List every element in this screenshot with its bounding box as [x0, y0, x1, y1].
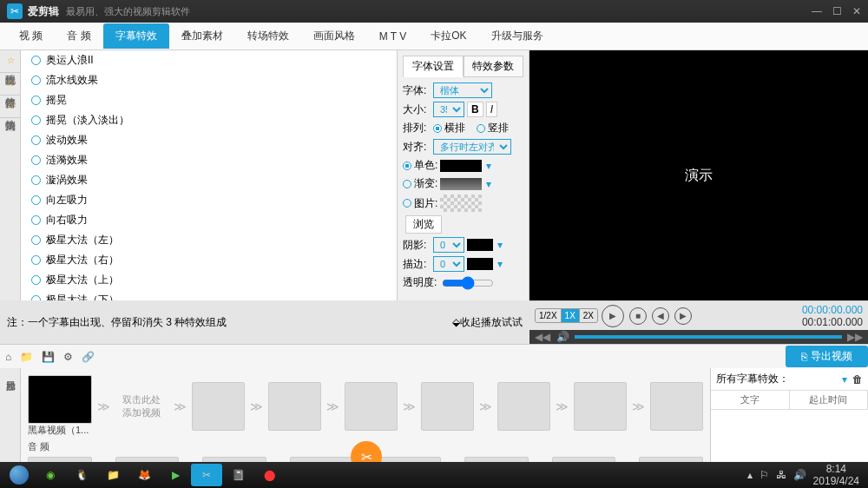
tab-fx-params[interactable]: 特效参数 — [464, 56, 524, 77]
timecode-current: 00:00:00.000 — [802, 304, 863, 316]
radio-gradient[interactable] — [403, 180, 411, 188]
prev-frame-button[interactable]: ◀ — [652, 307, 669, 325]
next-frame-button[interactable]: ▶ — [674, 307, 692, 325]
tab-karaoke[interactable]: 卡拉OK — [418, 23, 478, 49]
effect-list[interactable]: 奥运人浪II流水线效果摇晃摇晃（淡入淡出）波动效果涟漪效果漩涡效果向左吸力向右吸… — [21, 50, 398, 300]
tray-time: 8:14 — [813, 463, 859, 475]
effect-item[interactable]: 极星大法（左） — [21, 230, 397, 250]
save-icon[interactable]: 💾 — [42, 351, 55, 363]
radio-image[interactable] — [403, 199, 411, 208]
shadow-select[interactable]: 0 — [433, 237, 464, 253]
tab-transition[interactable]: 转场特效 — [235, 23, 301, 49]
bold-button[interactable]: B — [467, 102, 483, 117]
clip-slot[interactable] — [268, 382, 321, 431]
open-icon[interactable]: 📁 — [20, 351, 33, 363]
taskbar-app[interactable]: 🐧 — [66, 464, 97, 486]
clip-slot[interactable] — [497, 382, 550, 431]
effect-category-tabs: ☆出现特效 ☆停留特效 ☆消失特效 — [0, 50, 21, 300]
clip-thumbnail[interactable] — [28, 375, 92, 424]
taskbar-app[interactable]: 🦊 — [128, 464, 160, 486]
timecode-total: 00:01:00.000 — [802, 316, 863, 328]
size-select[interactable]: 35 — [433, 102, 464, 117]
clip-slot[interactable] — [574, 382, 627, 431]
taskbar-app[interactable]: ◉ — [35, 464, 66, 486]
speed-toggle[interactable]: 1/2X1X2X — [535, 308, 598, 323]
clip-slot[interactable] — [421, 382, 474, 431]
sidetab-appear[interactable]: ☆出现特效 — [0, 50, 20, 73]
tray-up-icon[interactable]: ▴ — [747, 469, 753, 481]
dropdown-icon[interactable]: ▾ — [842, 373, 847, 386]
color-swatch[interactable] — [440, 160, 482, 172]
tab-video[interactable]: 视 频 — [7, 23, 55, 49]
font-select[interactable]: 楷体 — [433, 82, 492, 98]
share-icon[interactable]: 🔗 — [82, 351, 95, 363]
seek-bar[interactable]: ◀◀ 🔊 ▶▶ — [529, 330, 868, 344]
taskbar-app[interactable]: ⬤ — [253, 464, 285, 486]
settings-icon[interactable]: ⚙ — [63, 351, 73, 363]
effect-item[interactable]: 波动效果 — [21, 130, 397, 150]
minimize-icon[interactable]: — — [812, 5, 822, 17]
effect-item[interactable]: 奥运人浪II — [21, 50, 397, 70]
image-preview — [440, 195, 482, 212]
tray-volume-icon[interactable]: 🔊 — [793, 469, 806, 481]
taskbar-app[interactable]: 📁 — [97, 464, 128, 486]
opacity-slider[interactable] — [442, 276, 494, 290]
taskbar-app[interactable]: ✂ — [191, 464, 222, 486]
sidetab-stay[interactable]: ☆停留特效 — [0, 73, 20, 96]
chevron-right-icon: ≫ — [97, 399, 110, 413]
tab-overlay[interactable]: 叠加素材 — [169, 23, 235, 49]
play-try-button[interactable]: 播放试试 — [481, 315, 523, 330]
stop-button[interactable]: ■ — [629, 307, 647, 325]
play-button[interactable]: ▶ — [602, 305, 624, 327]
effect-item[interactable]: 涟漪效果 — [21, 150, 397, 170]
tray-network-icon[interactable]: 🖧 — [776, 469, 786, 481]
main-tabs: 视 频 音 频 字幕特效 叠加素材 转场特效 画面风格 M T V 卡拉OK 升… — [0, 23, 868, 50]
taskbar-app[interactable]: 📓 — [222, 464, 253, 486]
effect-item[interactable]: 极星大法（上） — [21, 270, 397, 290]
effect-item[interactable]: 极星大法（下） — [21, 290, 397, 300]
effect-item[interactable]: 极星大法（右） — [21, 250, 397, 270]
italic-button[interactable]: I — [486, 102, 497, 117]
shadow-color[interactable] — [467, 239, 493, 251]
stroke-color[interactable] — [467, 258, 493, 270]
stroke-select[interactable]: 0 — [433, 256, 464, 272]
effect-item[interactable]: 流水线效果 — [21, 70, 397, 90]
add-video-hint[interactable]: 双击此处 添加视频 — [115, 382, 168, 431]
effect-item[interactable]: 摇晃（淡入淡出） — [21, 110, 397, 130]
radio-vertical[interactable] — [477, 124, 485, 133]
effect-item[interactable]: 向左吸力 — [21, 190, 397, 210]
export-video-button[interactable]: ⎘导出视频 — [786, 346, 868, 367]
browse-button[interactable]: 浏览 — [405, 215, 442, 234]
tab-upgrade[interactable]: 升级与服务 — [479, 23, 556, 49]
radio-horizontal[interactable] — [433, 124, 442, 133]
app-name: 爱剪辑 — [28, 4, 59, 19]
preview-text: 演示 — [685, 167, 713, 185]
maximize-icon[interactable]: ☐ — [832, 5, 842, 17]
tab-style[interactable]: 画面风格 — [301, 23, 367, 49]
close-icon[interactable]: ✕ — [852, 5, 861, 17]
tray-flag-icon[interactable]: ⚐ — [760, 469, 769, 481]
effect-item[interactable]: 摇晃 — [21, 90, 397, 110]
playback-controls: 1/2X1X2X ▶ ■ ◀ ▶ 00:00:00.000 00:01:00.0… — [529, 300, 868, 330]
tray-date: 2019/4/24 — [813, 475, 859, 487]
tab-mtv[interactable]: M T V — [367, 25, 419, 48]
home-icon[interactable]: ⌂ — [5, 351, 11, 363]
start-button[interactable] — [3, 464, 35, 486]
clip-slot[interactable] — [650, 382, 703, 431]
tab-subtitle-fx[interactable]: 字幕特效 — [103, 23, 169, 49]
tab-audio[interactable]: 音 频 — [55, 23, 102, 49]
tab-font-settings[interactable]: 字体设置 — [403, 56, 464, 77]
taskbar-app[interactable]: ▶ — [160, 464, 191, 486]
sidetab-disappear[interactable]: ☆消失特效 — [0, 96, 20, 118]
effect-item[interactable]: 漩涡效果 — [21, 170, 397, 190]
collapse-button[interactable]: ⬙收起 — [452, 315, 481, 330]
effect-item[interactable]: 向右吸力 — [21, 210, 397, 230]
align-select[interactable]: 多行时左对齐 — [433, 139, 511, 155]
gradient-swatch[interactable] — [440, 178, 482, 190]
radio-mono[interactable] — [403, 162, 411, 170]
video-preview[interactable]: 演示 — [529, 50, 868, 300]
clip-slot[interactable] — [192, 382, 245, 431]
clip-slot[interactable] — [345, 382, 398, 431]
titlebar: ✂ 爱剪辑 最易用、强大的视频剪辑软件 — ☐ ✕ — [0, 0, 868, 23]
delete-icon[interactable]: 🗑 — [852, 373, 863, 386]
